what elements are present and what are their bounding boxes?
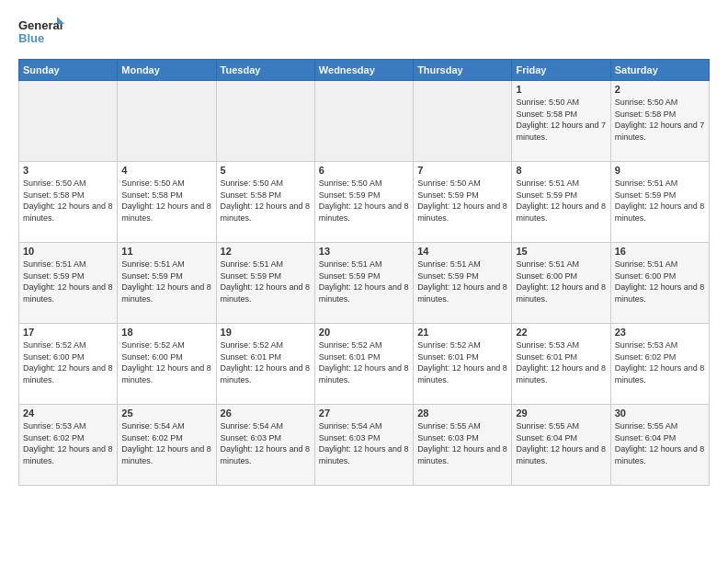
day-cell: 29Sunrise: 5:55 AMSunset: 6:04 PMDayligh… — [512, 405, 610, 486]
day-number: 26 — [221, 408, 311, 419]
day-cell: 2Sunrise: 5:50 AMSunset: 5:58 PMDaylight… — [610, 81, 709, 162]
day-number: 28 — [417, 408, 507, 419]
col-header-monday: Monday — [118, 60, 216, 81]
cell-info: Sunrise: 5:51 AMSunset: 5:59 PMDaylight:… — [121, 259, 211, 304]
day-number: 18 — [121, 327, 211, 338]
day-number: 27 — [319, 408, 409, 419]
cell-info: Sunrise: 5:51 AMSunset: 5:59 PMDaylight:… — [319, 259, 409, 304]
day-cell: 19Sunrise: 5:52 AMSunset: 6:01 PMDayligh… — [216, 324, 314, 405]
day-cell: 8Sunrise: 5:51 AMSunset: 5:59 PMDaylight… — [512, 162, 610, 243]
day-cell: 24Sunrise: 5:53 AMSunset: 6:02 PMDayligh… — [19, 405, 118, 486]
day-number: 7 — [417, 165, 507, 176]
day-cell: 1Sunrise: 5:50 AMSunset: 5:58 PMDaylight… — [512, 81, 610, 162]
day-cell: 3Sunrise: 5:50 AMSunset: 5:58 PMDaylight… — [19, 162, 118, 243]
day-number: 22 — [516, 327, 606, 338]
day-cell: 13Sunrise: 5:51 AMSunset: 5:59 PMDayligh… — [314, 243, 413, 324]
cell-info: Sunrise: 5:50 AMSunset: 5:58 PMDaylight:… — [615, 97, 705, 143]
day-number: 4 — [121, 165, 211, 176]
day-cell: 11Sunrise: 5:51 AMSunset: 5:59 PMDayligh… — [118, 243, 216, 324]
cell-info: Sunrise: 5:51 AMSunset: 5:59 PMDaylight:… — [221, 259, 311, 304]
day-number: 13 — [319, 246, 409, 257]
cell-info: Sunrise: 5:52 AMSunset: 6:00 PMDaylight:… — [121, 339, 211, 385]
cell-info: Sunrise: 5:53 AMSunset: 6:02 PMDaylight:… — [615, 339, 705, 385]
header: General Blue — [18, 15, 710, 52]
week-row-1: 1Sunrise: 5:50 AMSunset: 5:58 PMDaylight… — [19, 81, 710, 162]
day-number: 6 — [319, 165, 409, 176]
cell-info: Sunrise: 5:52 AMSunset: 6:01 PMDaylight:… — [319, 339, 409, 385]
svg-text:Blue: Blue — [18, 31, 44, 45]
cell-info: Sunrise: 5:54 AMSunset: 6:02 PMDaylight:… — [121, 420, 211, 466]
cell-info: Sunrise: 5:55 AMSunset: 6:04 PMDaylight:… — [615, 420, 705, 466]
day-cell: 5Sunrise: 5:50 AMSunset: 5:58 PMDaylight… — [216, 162, 314, 243]
cell-info: Sunrise: 5:50 AMSunset: 5:58 PMDaylight:… — [23, 178, 113, 224]
day-number: 11 — [121, 246, 211, 257]
day-cell: 12Sunrise: 5:51 AMSunset: 5:59 PMDayligh… — [216, 243, 314, 324]
day-number: 15 — [516, 246, 606, 257]
day-number: 8 — [516, 165, 606, 176]
day-number: 21 — [417, 327, 507, 338]
day-cell: 27Sunrise: 5:54 AMSunset: 6:03 PMDayligh… — [314, 405, 413, 486]
day-cell: 9Sunrise: 5:51 AMSunset: 5:59 PMDaylight… — [610, 162, 709, 243]
day-cell: 10Sunrise: 5:51 AMSunset: 5:59 PMDayligh… — [19, 243, 118, 324]
cell-info: Sunrise: 5:53 AMSunset: 6:01 PMDaylight:… — [516, 339, 606, 385]
day-number: 25 — [121, 408, 211, 419]
week-row-4: 17Sunrise: 5:52 AMSunset: 6:00 PMDayligh… — [19, 324, 710, 405]
day-cell — [216, 81, 314, 162]
cell-info: Sunrise: 5:55 AMSunset: 6:04 PMDaylight:… — [516, 420, 606, 466]
day-cell: 14Sunrise: 5:51 AMSunset: 5:59 PMDayligh… — [414, 243, 512, 324]
calendar: SundayMondayTuesdayWednesdayThursdayFrid… — [18, 59, 710, 486]
day-cell: 15Sunrise: 5:51 AMSunset: 6:00 PMDayligh… — [512, 243, 610, 324]
day-cell — [19, 81, 118, 162]
day-number: 20 — [319, 327, 409, 338]
day-cell: 25Sunrise: 5:54 AMSunset: 6:02 PMDayligh… — [118, 405, 216, 486]
cell-info: Sunrise: 5:50 AMSunset: 5:59 PMDaylight:… — [417, 178, 507, 224]
logo-svg: General Blue — [18, 15, 64, 52]
cell-info: Sunrise: 5:51 AMSunset: 5:59 PMDaylight:… — [516, 178, 606, 224]
day-cell — [314, 81, 413, 162]
day-number: 17 — [23, 327, 113, 338]
day-cell: 23Sunrise: 5:53 AMSunset: 6:02 PMDayligh… — [610, 324, 709, 405]
cell-info: Sunrise: 5:52 AMSunset: 6:00 PMDaylight:… — [23, 339, 113, 385]
day-cell: 18Sunrise: 5:52 AMSunset: 6:00 PMDayligh… — [118, 324, 216, 405]
day-number: 16 — [615, 246, 705, 257]
day-cell: 28Sunrise: 5:55 AMSunset: 6:03 PMDayligh… — [414, 405, 512, 486]
day-cell: 22Sunrise: 5:53 AMSunset: 6:01 PMDayligh… — [512, 324, 610, 405]
cell-info: Sunrise: 5:51 AMSunset: 6:00 PMDaylight:… — [516, 259, 606, 304]
day-number: 9 — [615, 165, 705, 176]
day-number: 5 — [221, 165, 311, 176]
day-number: 14 — [417, 246, 507, 257]
day-cell: 4Sunrise: 5:50 AMSunset: 5:58 PMDaylight… — [118, 162, 216, 243]
day-cell — [414, 81, 512, 162]
week-row-5: 24Sunrise: 5:53 AMSunset: 6:02 PMDayligh… — [19, 405, 710, 486]
day-cell: 17Sunrise: 5:52 AMSunset: 6:00 PMDayligh… — [19, 324, 118, 405]
day-number: 3 — [23, 165, 113, 176]
cell-info: Sunrise: 5:51 AMSunset: 6:00 PMDaylight:… — [615, 259, 705, 304]
week-row-3: 10Sunrise: 5:51 AMSunset: 5:59 PMDayligh… — [19, 243, 710, 324]
col-header-wednesday: Wednesday — [314, 60, 413, 81]
day-cell: 6Sunrise: 5:50 AMSunset: 5:59 PMDaylight… — [314, 162, 413, 243]
col-header-friday: Friday — [512, 60, 610, 81]
cell-info: Sunrise: 5:54 AMSunset: 6:03 PMDaylight:… — [319, 420, 409, 466]
header-row: SundayMondayTuesdayWednesdayThursdayFrid… — [19, 60, 710, 81]
cell-info: Sunrise: 5:50 AMSunset: 5:59 PMDaylight:… — [319, 178, 409, 224]
cell-info: Sunrise: 5:51 AMSunset: 5:59 PMDaylight:… — [23, 259, 113, 304]
day-cell — [118, 81, 216, 162]
col-header-thursday: Thursday — [414, 60, 512, 81]
day-number: 1 — [516, 84, 606, 95]
day-number: 24 — [23, 408, 113, 419]
cell-info: Sunrise: 5:53 AMSunset: 6:02 PMDaylight:… — [23, 420, 113, 466]
cell-info: Sunrise: 5:55 AMSunset: 6:03 PMDaylight:… — [417, 420, 507, 466]
svg-text:General: General — [18, 18, 63, 32]
week-row-2: 3Sunrise: 5:50 AMSunset: 5:58 PMDaylight… — [19, 162, 710, 243]
cell-info: Sunrise: 5:50 AMSunset: 5:58 PMDaylight:… — [516, 97, 606, 143]
day-number: 12 — [221, 246, 311, 257]
day-number: 30 — [615, 408, 705, 419]
day-number: 23 — [615, 327, 705, 338]
cell-info: Sunrise: 5:51 AMSunset: 5:59 PMDaylight:… — [615, 178, 705, 224]
day-number: 2 — [615, 84, 705, 95]
col-header-sunday: Sunday — [19, 60, 118, 81]
day-number: 19 — [221, 327, 311, 338]
col-header-tuesday: Tuesday — [216, 60, 314, 81]
day-cell: 16Sunrise: 5:51 AMSunset: 6:00 PMDayligh… — [610, 243, 709, 324]
day-cell: 30Sunrise: 5:55 AMSunset: 6:04 PMDayligh… — [610, 405, 709, 486]
